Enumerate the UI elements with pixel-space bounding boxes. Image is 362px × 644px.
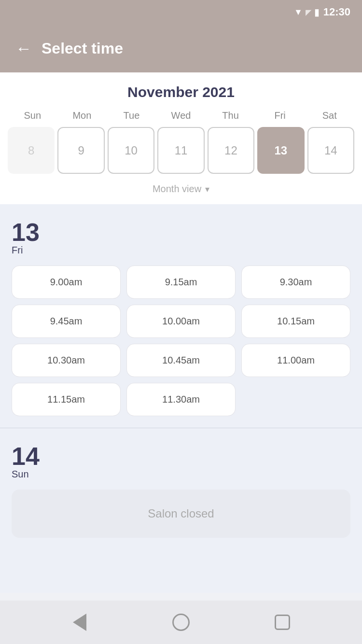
time-slot-1045am[interactable]: 10.45am	[126, 344, 236, 377]
cal-day-11[interactable]: 11	[157, 127, 204, 174]
status-icons: ▼ ◤ ▮	[294, 6, 320, 18]
month-view-label: Month view	[153, 183, 201, 195]
weekday-wed: Wed	[156, 110, 206, 121]
time-slot-1100am[interactable]: 11.00am	[241, 344, 350, 377]
cal-day-12[interactable]: 12	[208, 127, 254, 174]
time-slots-container: 13 Fri 9.00am 9.15am 9.30am 9.45am 10.00…	[0, 204, 362, 593]
nav-home-circle-icon	[172, 614, 190, 631]
cal-day-13[interactable]: 13	[257, 127, 304, 174]
page-title: Select time	[42, 40, 123, 57]
battery-icon: ▮	[314, 6, 320, 18]
signal-icon: ◤	[306, 8, 311, 17]
bottom-nav	[0, 601, 362, 644]
day-14-label: 14 Sun	[12, 444, 350, 480]
weekday-sat: Sat	[305, 110, 354, 121]
day-13-time-grid: 9.00am 9.15am 9.30am 9.45am 10.00am 10.1…	[12, 266, 350, 416]
day-13-number: 13	[12, 220, 40, 245]
time-slot-915am[interactable]: 9.15am	[126, 266, 236, 299]
time-slot-1000am[interactable]: 10.00am	[126, 305, 236, 338]
time-slot-1030am[interactable]: 10.30am	[12, 344, 121, 377]
day-13-name: Fri	[12, 245, 23, 256]
time-slot-1015am[interactable]: 10.15am	[241, 305, 350, 338]
weekday-fri: Fri	[255, 110, 305, 121]
calendar-week-row: 8 9 10 11 12 13 14	[8, 127, 354, 174]
time-slot-1130am[interactable]: 11.30am	[126, 383, 236, 416]
nav-back-button[interactable]	[70, 613, 89, 632]
weekday-thu: Thu	[206, 110, 255, 121]
cal-day-14[interactable]: 14	[307, 127, 354, 174]
weekday-sun: Sun	[8, 110, 57, 121]
wifi-icon: ▼	[294, 7, 303, 17]
status-bar: ▼ ◤ ▮ 12:30	[0, 0, 362, 24]
day-14-number: 14	[12, 444, 40, 469]
nav-back-triangle-icon	[73, 614, 86, 631]
salon-closed-banner: Salon closed	[12, 490, 350, 538]
app-header: ← Select time	[0, 24, 362, 72]
back-arrow-icon: ←	[15, 39, 32, 58]
cal-day-8: 8	[8, 127, 55, 174]
status-time: 12:30	[323, 6, 350, 18]
nav-recents-button[interactable]	[273, 613, 292, 632]
nav-recents-square-icon	[275, 615, 290, 630]
cal-day-9[interactable]: 9	[57, 127, 104, 174]
month-year-label: November 2021	[8, 84, 354, 100]
weekday-tue: Tue	[107, 110, 156, 121]
day-13-label: 13 Fri	[12, 220, 350, 256]
cal-day-10[interactable]: 10	[108, 127, 154, 174]
time-slot-900am[interactable]: 9.00am	[12, 266, 121, 299]
time-slot-1115am[interactable]: 11.15am	[12, 383, 121, 416]
weekday-mon: Mon	[57, 110, 107, 121]
calendar-section: November 2021 Sun Mon Tue Wed Thu Fri Sa…	[0, 72, 362, 204]
chevron-down-icon: ▾	[205, 184, 209, 195]
nav-home-button[interactable]	[171, 613, 191, 632]
day-14-section: 14 Sun Salon closed	[12, 428, 350, 549]
day-14-name: Sun	[12, 469, 29, 480]
time-slot-945am[interactable]: 9.45am	[12, 305, 121, 338]
day-13-section: 13 Fri 9.00am 9.15am 9.30am 9.45am 10.00…	[12, 204, 350, 428]
time-slot-930am[interactable]: 9.30am	[241, 266, 350, 299]
back-button[interactable]: ←	[15, 39, 32, 58]
weekday-header: Sun Mon Tue Wed Thu Fri Sat	[8, 110, 354, 121]
month-view-toggle[interactable]: Month view ▾	[8, 180, 354, 196]
